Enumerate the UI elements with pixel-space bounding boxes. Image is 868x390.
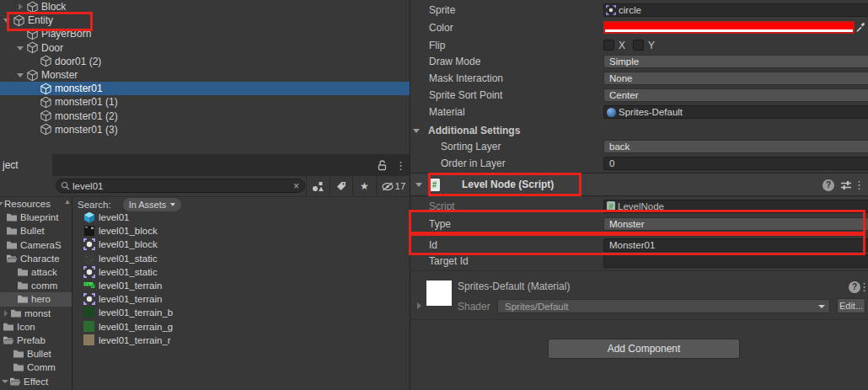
result-item-level01-terrain-sprite[interactable]: level01_terrain [72, 292, 410, 306]
type-dropdown[interactable]: Monster [603, 217, 868, 231]
search-input[interactable] [72, 181, 293, 191]
search-by-type-button[interactable] [306, 176, 330, 196]
foldout-spacer [28, 82, 40, 95]
hierarchy-item-monster01-selected[interactable]: monster01 [0, 82, 410, 95]
foldout-expanded-icon[interactable] [14, 68, 26, 82]
target-id-field[interactable] [603, 254, 868, 268]
result-label: level01_terrain [99, 294, 162, 304]
result-item-level01-terrain-b[interactable]: level01_terrain_b [72, 306, 410, 319]
id-field[interactable] [603, 238, 868, 252]
hierarchy-item-label: monster01 (2) [55, 110, 118, 123]
foldout-expanded-icon[interactable] [2, 377, 9, 387]
kebab-menu-icon[interactable]: ⋮ [859, 281, 868, 292]
sprite-sort-point-dropdown[interactable]: Center [603, 88, 868, 102]
type-value: Monster [609, 219, 645, 230]
unlock-icon[interactable] [378, 160, 387, 171]
result-item-level01-block-tile[interactable]: level01_block [72, 224, 410, 238]
folder-item-blueprint[interactable]: Blueprint [0, 211, 72, 224]
divider [410, 270, 868, 271]
order-in-layer-input[interactable] [609, 158, 868, 169]
folder-item-monster[interactable]: monst [0, 307, 72, 320]
result-item-level01-terrain-tilemap[interactable]: level01_terrain [72, 279, 410, 292]
foldout-expanded-icon[interactable] [1, 13, 13, 27]
level-node-component-header[interactable]: # Level Node (Script) ? ⋮ [410, 173, 868, 196]
shader-edit-button[interactable]: Edit... [837, 298, 865, 313]
sprite-icon [83, 238, 95, 250]
favorites-star-button[interactable]: ★ [352, 176, 376, 196]
sorting-layer-dropdown[interactable]: back [603, 140, 868, 153]
search-by-label-button[interactable] [330, 176, 352, 196]
foldout-spacer [28, 55, 40, 68]
folder-item-hero-selected[interactable]: hero [0, 292, 72, 306]
kebab-menu-icon[interactable]: ⋮ [395, 160, 406, 171]
foldout-expanded-icon[interactable] [0, 199, 4, 209]
foldout-expanded-icon[interactable] [14, 41, 26, 55]
folder-item-bullet[interactable]: Bullet [0, 224, 72, 238]
prefab-cube-icon [26, 28, 39, 40]
hierarchy-item-door[interactable]: Door [0, 41, 410, 55]
hierarchy-item-monster01-3[interactable]: monster01 (3) [0, 123, 410, 136]
result-item-level01-block-sprite[interactable]: level01_block [72, 238, 410, 251]
result-item-level01-terrain-g[interactable]: level01_terrain_g [72, 320, 410, 334]
result-item-level01-static-sprite[interactable]: level01_static [72, 265, 410, 279]
target-id-input[interactable] [609, 255, 868, 267]
result-item-level01-static-faint[interactable]: level01_static [72, 252, 410, 265]
hierarchy-item-entity[interactable]: Entity [0, 13, 410, 27]
hierarchy-item-door01[interactable]: door01 (2) [0, 55, 410, 68]
folder-label: Bullet [27, 349, 51, 359]
add-component-button[interactable]: Add Component [548, 339, 740, 359]
kebab-menu-icon[interactable]: ⋮ [854, 179, 865, 190]
additional-settings-row[interactable]: Additional Settings [410, 123, 868, 138]
star-icon: ★ [360, 180, 369, 192]
mask-interaction-dropdown[interactable]: None [603, 72, 868, 85]
search-scope-dropdown[interactable]: In Assets [123, 198, 182, 211]
hierarchy-item-playerborn[interactable]: PlayerBorn [0, 27, 410, 40]
folder-item-attack[interactable]: attack [0, 265, 72, 279]
folder-item-common[interactable]: comm [0, 279, 72, 292]
hierarchy-item-monster01-1[interactable]: monster01 (1) [0, 95, 410, 109]
folder-item-icon[interactable]: Icon [0, 320, 72, 334]
hierarchy-item-label: monster01 [55, 82, 103, 95]
clear-search-icon[interactable]: × [293, 180, 299, 192]
search-box[interactable]: × [56, 179, 305, 193]
foldout-expanded-icon[interactable] [415, 183, 422, 187]
help-icon[interactable]: ? [822, 179, 834, 191]
folder-item-comm[interactable]: Comm [0, 361, 72, 374]
hierarchy-item-monster[interactable]: Monster [0, 68, 410, 82]
material-object-field[interactable]: Sprites-Default ⊙ [603, 105, 868, 119]
folder-item-bullet2[interactable]: Bullet [0, 347, 72, 361]
folder-item-effect[interactable]: Effect [0, 374, 72, 387]
presets-icon[interactable] [840, 180, 852, 190]
id-input[interactable] [609, 239, 868, 251]
flip-label: Flip [429, 40, 445, 51]
hidden-count-button[interactable]: 17 [376, 176, 410, 196]
folder-icon [10, 308, 22, 318]
sprite-object-field[interactable]: circle ⊙ [603, 3, 868, 17]
foldout-collapsed-icon[interactable] [14, 0, 26, 13]
folder-item-prefab[interactable]: Prefab [0, 334, 72, 347]
script-object-field[interactable]: # LevelNode ⊙ [603, 200, 868, 213]
folder-item-resources[interactable]: Resources [0, 197, 72, 211]
scrollbar-up-icon[interactable]: ▲ [64, 198, 71, 206]
order-in-layer-field[interactable] [603, 157, 868, 170]
sorting-layer-value: back [609, 142, 630, 152]
result-item-level01[interactable]: level01 [72, 211, 410, 224]
flip-x-checkbox[interactable] [603, 40, 614, 51]
flip-x-label: X [619, 40, 625, 51]
foldout-collapsed-icon[interactable] [3, 308, 10, 318]
eyedropper-icon[interactable] [855, 22, 865, 32]
foldout-expanded-icon[interactable] [413, 129, 420, 133]
search-results-pane: Search: In Assets level01 level01_block [72, 197, 410, 390]
shader-dropdown[interactable]: Sprites/Default [497, 299, 830, 313]
result-item-level01-terrain-r[interactable]: level01_terrain_r [72, 334, 410, 347]
tab-project[interactable]: ject [0, 154, 52, 176]
color-swatch[interactable] [603, 21, 855, 34]
foldout-collapsed-icon[interactable] [417, 302, 421, 309]
folder-item-cameras[interactable]: CameraS [0, 238, 72, 252]
hierarchy-item-block[interactable]: Block [0, 0, 410, 13]
draw-mode-dropdown[interactable]: Simple [603, 55, 868, 68]
hierarchy-item-monster01-2[interactable]: monster01 (2) [0, 110, 410, 123]
script-label: Script [429, 200, 455, 212]
flip-y-checkbox[interactable] [633, 40, 644, 51]
folder-item-character[interactable]: Characte [0, 252, 72, 265]
